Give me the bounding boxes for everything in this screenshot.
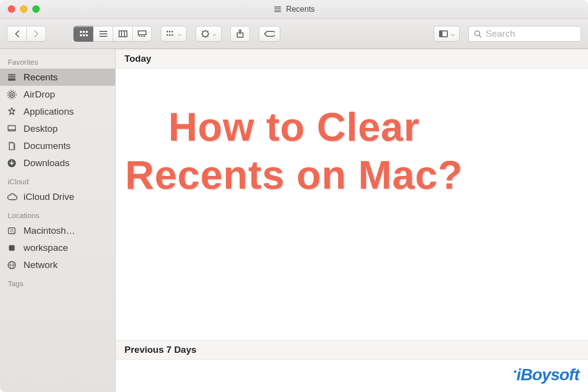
svg-rect-21 <box>172 31 173 32</box>
svg-rect-4 <box>83 31 85 33</box>
view-list-button[interactable] <box>93 26 113 42</box>
window-titlebar: Recents <box>0 0 588 19</box>
group-body-spacer <box>116 218 588 340</box>
sidebar-item-downloads[interactable]: Downloads <box>0 154 115 172</box>
chevron-down-icon: ⌵ <box>178 30 181 37</box>
sidebar-section-title: Locations <box>0 209 115 222</box>
airdrop-icon <box>7 90 19 99</box>
sidebar-item-label: workspace <box>24 243 68 253</box>
sidebar-item-label: Macintosh… <box>24 225 75 236</box>
search-field[interactable]: Search <box>468 26 581 42</box>
svg-point-38 <box>475 31 480 36</box>
sidebar-item-label: Documents <box>24 141 71 151</box>
svg-rect-2 <box>274 10 281 12</box>
svg-rect-12 <box>119 31 127 37</box>
view-column-button[interactable] <box>113 26 132 42</box>
svg-rect-1 <box>274 8 281 9</box>
svg-rect-15 <box>138 31 146 35</box>
window-close-button[interactable] <box>8 5 15 13</box>
sidebar-section-icloud: iCloud iCloud Drive <box>0 172 115 206</box>
svg-rect-49 <box>8 228 15 234</box>
sidebar-item-recents[interactable]: Recents <box>0 69 115 86</box>
volume-icon <box>7 243 19 253</box>
svg-rect-52 <box>9 245 15 251</box>
applications-icon <box>7 107 19 117</box>
svg-rect-16 <box>139 36 140 37</box>
svg-line-32 <box>202 36 203 37</box>
svg-rect-8 <box>86 34 88 36</box>
sidebar-item-network[interactable]: Network <box>0 256 115 273</box>
sidebar-toggle-button[interactable]: ⌵ <box>434 26 460 42</box>
group-header-today[interactable]: Today <box>116 49 588 69</box>
desktop-icon <box>7 124 19 134</box>
svg-line-31 <box>208 36 209 37</box>
window-title-text: Recents <box>286 5 315 14</box>
window-body: Favorites Recents AirDrop Applications D… <box>0 49 588 392</box>
svg-rect-40 <box>8 74 16 75</box>
sidebar-section-title: Favorites <box>0 56 115 69</box>
sidebar-item-label: iCloud Drive <box>24 192 74 202</box>
svg-rect-19 <box>167 31 168 32</box>
svg-rect-22 <box>167 34 168 36</box>
search-placeholder: Search <box>486 28 515 39</box>
svg-rect-17 <box>141 36 143 37</box>
sidebar-item-label: Desktop <box>24 123 58 134</box>
sidebar-item-workspace[interactable]: workspace <box>0 239 115 256</box>
group-header-label: Previous 7 Days <box>124 344 196 355</box>
svg-rect-24 <box>172 34 173 36</box>
svg-point-25 <box>202 31 208 37</box>
group-by-button[interactable]: ⌵ <box>161 26 187 42</box>
sidebar-item-label: Recents <box>24 72 58 83</box>
brand-logo: • iBoysoft <box>510 365 579 384</box>
action-menu-button[interactable]: ⌵ <box>196 26 221 42</box>
sidebar-section-title: Tags <box>0 277 115 290</box>
view-icon-button[interactable] <box>74 26 93 42</box>
toolbar: ⌵ ⌵ ⌵ Search <box>0 19 588 49</box>
network-icon <box>7 260 19 270</box>
sidebar-item-label: Applications <box>24 106 74 117</box>
documents-icon <box>7 141 19 151</box>
chevron-down-icon: ⌵ <box>213 30 216 37</box>
back-button[interactable] <box>7 26 26 42</box>
svg-point-51 <box>13 232 14 233</box>
logo-dot: • <box>514 367 516 376</box>
sidebar-item-label: AirDrop <box>24 89 55 100</box>
share-button[interactable] <box>230 26 250 42</box>
sidebar-section-favorites: Favorites Recents AirDrop Applications D… <box>0 53 115 172</box>
svg-rect-5 <box>86 31 88 33</box>
recents-icon <box>7 73 19 82</box>
group-body-today[interactable] <box>116 69 588 211</box>
svg-rect-46 <box>8 125 16 131</box>
forward-button[interactable] <box>26 26 46 42</box>
hdd-icon <box>7 226 19 236</box>
sidebar-item-desktop[interactable]: Desktop <box>0 120 115 137</box>
svg-rect-3 <box>80 31 82 33</box>
sidebar-item-label: Network <box>24 260 58 270</box>
tags-button[interactable] <box>259 26 280 42</box>
view-gallery-button[interactable] <box>132 26 152 42</box>
svg-rect-41 <box>8 76 16 77</box>
sidebar-item-macintosh-hd[interactable]: Macintosh… <box>0 222 115 239</box>
logo-text: iBoysoft <box>516 365 579 384</box>
group-header-label: Today <box>124 53 151 64</box>
svg-line-33 <box>208 31 209 32</box>
svg-point-50 <box>11 229 13 232</box>
svg-rect-42 <box>8 78 16 80</box>
window-maximize-button[interactable] <box>32 5 40 13</box>
sidebar-item-applications[interactable]: Applications <box>0 103 115 120</box>
svg-line-30 <box>202 31 203 32</box>
window-minimize-button[interactable] <box>20 5 27 13</box>
svg-rect-6 <box>80 34 82 36</box>
sidebar: Favorites Recents AirDrop Applications D… <box>0 49 116 392</box>
view-mode-segment <box>74 26 152 42</box>
group-header-previous-7-days[interactable]: Previous 7 Days <box>116 340 588 360</box>
traffic-lights <box>8 5 40 13</box>
sidebar-section-locations: Locations Macintosh… workspace Network <box>0 206 115 274</box>
sidebar-item-icloud-drive[interactable]: iCloud Drive <box>0 188 115 205</box>
content-area: Today Previous 7 Days <box>116 49 588 392</box>
svg-rect-0 <box>274 6 281 7</box>
sidebar-item-airdrop[interactable]: AirDrop <box>0 86 115 103</box>
svg-point-44 <box>9 92 15 98</box>
sidebar-item-documents[interactable]: Documents <box>0 137 115 154</box>
search-icon <box>474 30 482 38</box>
